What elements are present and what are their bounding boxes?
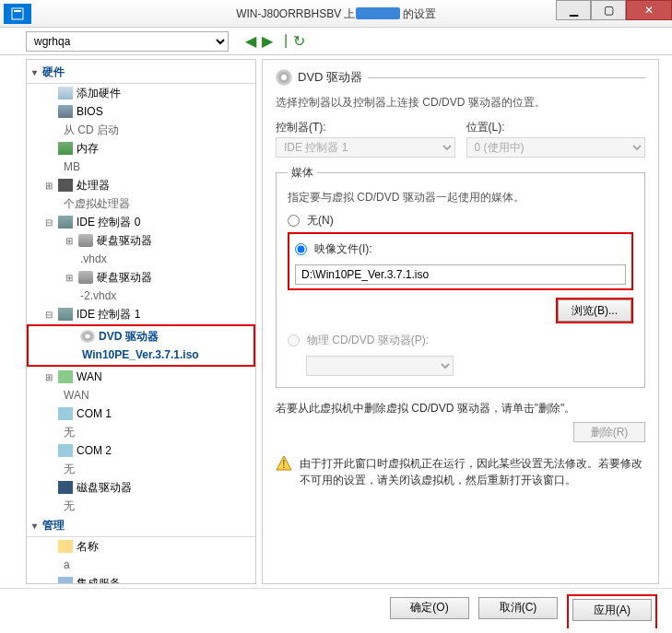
close-button[interactable]: ✕: [626, 0, 672, 20]
dvd-icon: [80, 330, 95, 343]
highlight-box: DVD 驱动器 Win10PE_Ver.3.7.1.iso: [27, 324, 255, 367]
location-label: 位置(L):: [466, 120, 646, 135]
bios-sub: 从 CD 启动: [27, 121, 255, 139]
nav-back-icon[interactable]: ◀: [245, 32, 256, 50]
hardware-header: ▾ 硬件: [27, 62, 255, 84]
memory-icon: [58, 142, 73, 155]
svg-rect-0: [12, 8, 23, 19]
hdd2-item[interactable]: ⊞硬盘驱动器: [27, 268, 255, 287]
highlight-box: 映像文件(I):: [288, 232, 633, 290]
cpu-item[interactable]: ⊞处理器: [27, 176, 255, 194]
app-icon: [4, 4, 31, 24]
iso-path-input[interactable]: [295, 264, 626, 285]
hdd1-item[interactable]: ⊞硬盘驱动器: [27, 231, 255, 250]
hdd1-sub: .vhdx: [27, 250, 255, 268]
settings-tree[interactable]: ▾ 硬件 添加硬件 BIOS 从 CD 启动 内存 MB ⊞处理器 个虚拟处理器…: [26, 59, 256, 584]
window-titlebar: WIN-J80ORRBHSBV 上 的设置 ▁ ▢ ✕: [0, 0, 672, 28]
controller-select: IDE 控制器 1: [276, 137, 455, 158]
com-port-icon: [58, 407, 73, 420]
window-buttons: ▁ ▢ ✕: [556, 0, 672, 20]
highlight-box: 浏览(B)...: [556, 298, 633, 323]
dvd-sub: Win10PE_Ver.3.7.1.iso: [29, 346, 253, 364]
radio-none[interactable]: [288, 215, 300, 227]
radio-none-label: 无(N): [307, 213, 334, 229]
memory-sub: MB: [27, 158, 255, 176]
radio-none-row[interactable]: 无(N): [288, 213, 633, 229]
integration-services-item[interactable]: 集成服务: [27, 574, 255, 584]
management-header: ▾ 管理: [27, 515, 255, 537]
hdd2-sub: -2.vhdx: [27, 287, 255, 305]
radio-physical: [288, 334, 300, 346]
media-description: 指定要与虚拟 CD/DVD 驱动器一起使用的媒体。: [288, 190, 633, 205]
browse-button[interactable]: 浏览(B)...: [558, 299, 631, 322]
add-hardware-icon: [58, 87, 73, 100]
bios-item[interactable]: BIOS: [27, 102, 255, 121]
warning-icon: !: [276, 455, 292, 472]
dvd-icon: [276, 69, 292, 86]
radio-image-row[interactable]: 映像文件(I):: [295, 241, 626, 257]
divider: |: [284, 32, 288, 50]
dialog-footer: 确定(O) 取消(C) 应用(A): [0, 588, 672, 627]
ide0-item[interactable]: ⊟IDE 控制器 0: [27, 213, 255, 231]
name-icon: [58, 540, 73, 553]
location-select: 0 (使用中): [466, 137, 646, 158]
vm-selector[interactable]: wgrhqa: [26, 31, 229, 52]
panel-title: DVD 驱动器: [298, 69, 362, 86]
controller-label: 控制器(T):: [276, 120, 455, 135]
com2-sub: 无: [27, 460, 255, 478]
nav-forward-icon[interactable]: ▶: [262, 32, 273, 50]
floppy-item[interactable]: 磁盘驱动器: [27, 478, 255, 497]
com2-item[interactable]: COM 2: [27, 441, 255, 460]
radio-physical-row: 物理 CD/DVD 驱动器(P):: [288, 333, 633, 348]
media-fieldset: 媒体 指定要与虚拟 CD/DVD 驱动器一起使用的媒体。 无(N) 映像文件(I…: [276, 165, 645, 388]
toolbar: wgrhqa ◀ ▶ | ↻: [0, 28, 672, 55]
dvd-drive-item[interactable]: DVD 驱动器: [29, 327, 253, 346]
cpu-icon: [58, 179, 73, 192]
radio-image-label: 映像文件(I):: [314, 241, 372, 257]
svg-text:!: !: [282, 458, 285, 471]
maximize-button[interactable]: ▢: [591, 0, 626, 20]
hdd-icon: [78, 271, 93, 284]
redacted-text: [356, 7, 400, 19]
ide-icon: [58, 308, 73, 321]
name-sub: a: [27, 556, 255, 574]
com-port-icon: [58, 444, 73, 457]
physical-drive-select: [306, 356, 454, 376]
radio-image[interactable]: [295, 243, 307, 255]
wan-item[interactable]: ⊞WAN: [27, 368, 255, 386]
name-item[interactable]: 名称: [27, 537, 255, 556]
remove-note: 若要从此虚拟机中删除虚拟 CD/DVD 驱动器，请单击"删除"。: [276, 401, 645, 416]
header-label: 硬件: [42, 64, 65, 80]
network-icon: [58, 370, 73, 383]
svg-rect-1: [14, 10, 21, 12]
add-hardware-item[interactable]: 添加硬件: [27, 84, 255, 102]
highlight-box: 应用(A): [567, 594, 657, 628]
apply-button[interactable]: 应用(A): [572, 599, 652, 621]
cpu-sub: 个虚拟处理器: [27, 194, 255, 213]
chevron-down-icon: ▾: [32, 67, 37, 77]
memory-item[interactable]: 内存: [27, 139, 255, 158]
chevron-down-icon: ▾: [32, 521, 37, 531]
floppy-icon: [58, 481, 73, 494]
ok-button[interactable]: 确定(O): [390, 597, 469, 619]
warning-text: 由于打开此窗口时虚拟机正在运行，因此某些设置无法修改。若要修改不可用的设置，请关…: [300, 455, 645, 488]
wan-sub: WAN: [27, 386, 255, 404]
refresh-icon[interactable]: ↻: [293, 32, 305, 50]
hdd-icon: [78, 234, 93, 247]
remove-button: 删除(R): [573, 422, 645, 442]
header-label: 管理: [42, 518, 65, 533]
com1-item[interactable]: COM 1: [27, 404, 255, 423]
media-legend: 媒体: [288, 165, 317, 181]
ide-icon: [58, 216, 73, 229]
services-icon: [58, 577, 73, 584]
minimize-button[interactable]: ▁: [556, 0, 591, 20]
ide1-item[interactable]: ⊟IDE 控制器 1: [27, 305, 255, 323]
bios-icon: [58, 105, 73, 118]
divider: [368, 77, 645, 78]
com1-sub: 无: [27, 423, 255, 441]
cancel-button[interactable]: 取消(C): [478, 597, 558, 619]
radio-physical-label: 物理 CD/DVD 驱动器(P):: [307, 333, 429, 348]
settings-panel: DVD 驱动器 选择控制器以及控制器上连接 CD/DVD 驱动器的位置。 控制器…: [262, 59, 659, 584]
panel-description: 选择控制器以及控制器上连接 CD/DVD 驱动器的位置。: [276, 95, 645, 111]
floppy-sub: 无: [27, 497, 255, 515]
